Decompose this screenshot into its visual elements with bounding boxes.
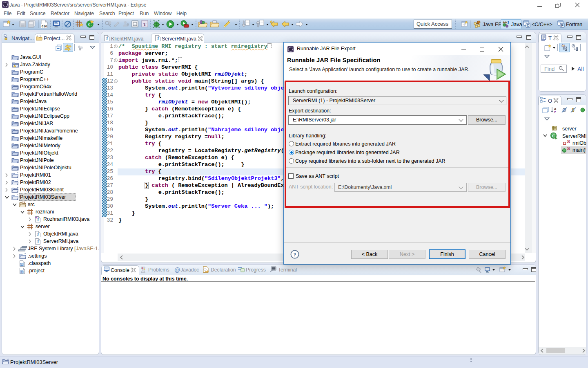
svg-text:J: J [106, 36, 108, 41]
svg-text:J: J [157, 36, 159, 41]
svg-text:X: X [21, 263, 23, 266]
svg-text:C: C [552, 134, 555, 138]
svg-text:J: J [37, 232, 39, 237]
svg-text:C: C [527, 23, 530, 27]
svg-text:?: ? [294, 251, 296, 258]
svg-text:F: F [561, 23, 564, 27]
svg-text:X: X [21, 271, 23, 274]
svg-text:z: z [554, 110, 556, 114]
svg-text:T: T [143, 22, 147, 27]
svg-text:010: 010 [42, 25, 47, 28]
svg-text:J: J [37, 240, 39, 244]
svg-text:J: J [507, 20, 509, 25]
svg-text:J: J [37, 218, 39, 222]
